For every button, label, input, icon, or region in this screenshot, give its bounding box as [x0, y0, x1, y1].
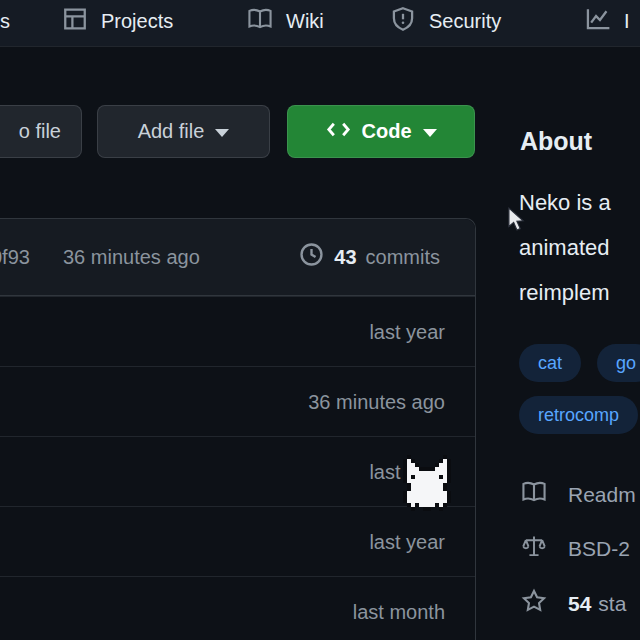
commit-sha-link[interactable]: 0f93 — [0, 246, 30, 269]
about-title: About — [520, 127, 592, 156]
commit-time: 36 minutes ago — [63, 246, 200, 269]
book-icon — [247, 6, 273, 37]
code-icon — [326, 117, 351, 147]
chevron-down-icon — [215, 129, 229, 137]
history-clock-icon — [298, 241, 325, 273]
projects-icon — [62, 6, 88, 37]
topic-retrocomputing[interactable]: retrocomp — [519, 396, 638, 434]
readme-label: Readm — [568, 483, 636, 507]
repo-tab-bar: s Projects Wiki Security I — [0, 0, 640, 47]
file-updated-date: last year — [369, 320, 445, 343]
file-updated-date: 36 minutes ago — [308, 390, 445, 413]
graph-icon — [585, 6, 611, 37]
file-updated-date: last month — [353, 600, 445, 623]
mouse-cursor — [505, 207, 527, 237]
nav-item-label: Security — [429, 10, 501, 33]
repo-description: Neko is a animated reimplem — [519, 180, 611, 315]
nav-item-wiki[interactable]: Wiki — [247, 0, 324, 42]
latest-commit-bar: 0f93 36 minutes ago 43 commits — [0, 219, 475, 296]
nav-item-projects[interactable]: Projects — [62, 0, 173, 42]
description-line: reimplem — [519, 270, 611, 315]
go-to-file-button[interactable]: o file — [0, 105, 82, 158]
table-row[interactable]: last year — [0, 296, 475, 366]
neko-cat-body — [403, 455, 407, 459]
go-to-file-label: o file — [19, 120, 61, 143]
book-icon — [521, 479, 547, 510]
stars-link[interactable]: 54sta — [521, 588, 626, 619]
shield-icon — [390, 6, 416, 37]
readme-link[interactable]: Readm — [521, 479, 636, 510]
nav-item-security[interactable]: Security — [390, 0, 501, 42]
nav-item-label: I — [624, 10, 630, 33]
nav-item-label: Wiki — [286, 10, 324, 33]
add-file-label: Add file — [138, 120, 205, 143]
table-row[interactable]: last year — [0, 436, 475, 506]
table-row[interactable]: last year — [0, 506, 475, 576]
commits-label: commits — [366, 246, 440, 269]
table-row[interactable]: last month — [0, 576, 475, 640]
topics-list: cat go retrocomp — [519, 344, 640, 434]
table-row[interactable]: 36 minutes ago — [0, 366, 475, 436]
stars-label: sta — [598, 592, 626, 615]
commit-history-link[interactable]: 43 commits — [298, 241, 440, 273]
github-repo-page: s Projects Wiki Security I o file Add fi… — [0, 0, 640, 640]
nav-item-issues-partial[interactable]: s — [0, 0, 10, 42]
file-updated-date: last year — [369, 530, 445, 553]
law-scales-icon — [521, 533, 547, 564]
topic-cat[interactable]: cat — [519, 344, 581, 382]
description-line: Neko is a — [519, 180, 611, 225]
nav-item-insights-partial[interactable]: I — [585, 0, 630, 42]
stars-count: 54 — [568, 592, 591, 615]
code-label: Code — [362, 120, 412, 143]
neko-cat-sprite — [403, 455, 407, 459]
license-label: BSD-2 — [568, 537, 630, 561]
nav-item-label: s — [0, 10, 10, 33]
add-file-button[interactable]: Add file — [97, 105, 270, 158]
chevron-down-icon — [423, 129, 437, 137]
description-line: animated — [519, 225, 611, 270]
star-icon — [521, 588, 547, 619]
code-button[interactable]: Code — [287, 105, 475, 158]
file-list-panel: 0f93 36 minutes ago 43 commits last year… — [0, 218, 476, 640]
topic-go[interactable]: go — [597, 344, 640, 382]
commit-count: 43 — [334, 246, 356, 269]
nav-item-label: Projects — [101, 10, 173, 33]
file-updated-date: last year — [369, 460, 445, 483]
license-link[interactable]: BSD-2 — [521, 533, 630, 564]
